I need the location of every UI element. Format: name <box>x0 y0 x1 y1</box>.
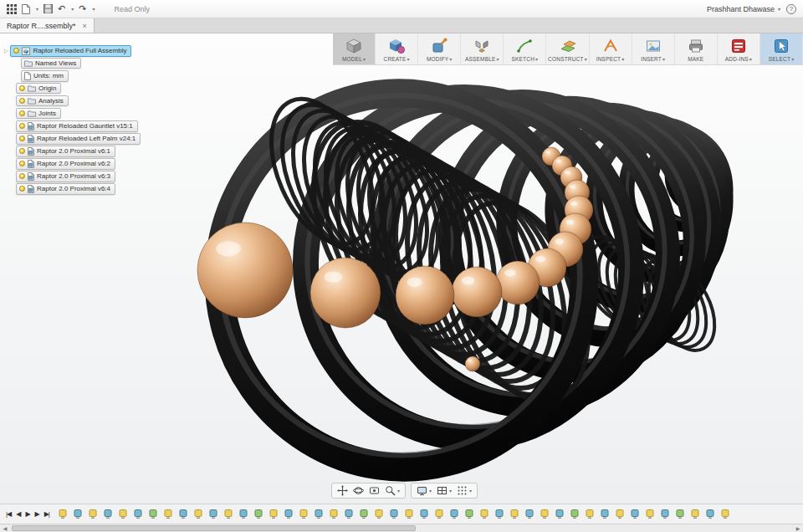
grid-settings-icon[interactable]: ▾ <box>457 485 472 496</box>
timeline-feature-icon[interactable] <box>74 509 82 519</box>
browser-item-raptor-reloaded-gauntlet-v15-1[interactable]: Raptor Reloaded Gauntlet v15:1 <box>16 120 138 132</box>
display-settings-icon[interactable]: ▾ <box>417 485 432 496</box>
browser-item-raptor-2-0-proximal-v6-4[interactable]: Raptor 2.0 Proximal v6:4 <box>16 183 115 195</box>
timeline-feature-icon[interactable] <box>616 509 624 519</box>
play-icon[interactable]: ▶ <box>23 510 32 518</box>
timeline-feature-icon[interactable] <box>420 509 428 519</box>
toolbar-item-modify[interactable]: MODIFY▾ <box>418 33 461 64</box>
toolbar-item-assemble[interactable]: ASSEMBLE▾ <box>461 33 504 64</box>
browser-item-raptor-2-0-proximal-v6-1[interactable]: Raptor 2.0 Proximal v6:1 <box>16 146 115 157</box>
visibility-bulb-icon[interactable] <box>19 110 25 116</box>
timeline-feature-icon[interactable] <box>209 509 217 519</box>
tab-close-icon[interactable]: × <box>83 22 87 30</box>
timeline-feature-icon[interactable] <box>721 509 729 519</box>
timeline-feature-icon[interactable] <box>390 509 398 519</box>
toolbar-item-create[interactable]: CREATE▾ <box>376 33 418 64</box>
timeline-feature-icon[interactable] <box>254 509 263 519</box>
redo-icon[interactable]: ↷ <box>79 4 86 13</box>
timeline-feature-icon[interactable] <box>299 509 308 519</box>
visibility-bulb-icon[interactable] <box>13 48 19 54</box>
scroll-right-icon[interactable]: ▶ <box>793 524 803 532</box>
timeline-feature-icon[interactable] <box>164 509 172 519</box>
timeline-feature-icon[interactable] <box>646 509 654 519</box>
visibility-bulb-icon[interactable] <box>19 98 25 104</box>
timeline-feature-icon[interactable] <box>59 509 67 519</box>
browser-item-raptor-2-0-proximal-v6-3[interactable]: Raptor 2.0 Proximal v6:3 <box>16 171 115 182</box>
browser-item-raptor-reloaded-full-assembly[interactable]: Raptor Reloaded Full Assembly <box>10 45 131 57</box>
save-icon[interactable] <box>43 4 53 13</box>
browser-item-raptor-reloaded-left-palm-v24-1[interactable]: Raptor Reloaded Left Palm v24:1 <box>16 133 141 145</box>
timeline-feature-icon[interactable] <box>480 509 488 519</box>
step-back-icon[interactable]: ◀ <box>13 510 23 518</box>
apps-grid-icon[interactable] <box>7 4 17 14</box>
toolbar-item-inspect[interactable]: INSPECT▾ <box>590 33 632 64</box>
timeline-feature-icon[interactable] <box>586 509 594 519</box>
visibility-bulb-icon[interactable] <box>19 161 25 166</box>
viewports-icon[interactable]: ▾ <box>437 485 452 496</box>
visibility-bulb-icon[interactable] <box>19 173 25 179</box>
zoom-icon[interactable]: ▾ <box>385 485 400 496</box>
timeline-feature-icon[interactable] <box>315 509 323 519</box>
undo-icon[interactable]: ↶ <box>58 4 65 13</box>
timeline-feature-icon[interactable] <box>540 509 549 519</box>
timeline-feature-icon[interactable] <box>149 509 157 519</box>
toolbar-item-insert[interactable]: INSERT▾ <box>632 33 675 64</box>
timeline-feature-icon[interactable] <box>330 509 338 519</box>
timeline-feature-icon[interactable] <box>224 509 233 519</box>
toolbar-item-add-ins[interactable]: ADD-INS▾ <box>718 33 760 64</box>
timeline-feature-icon[interactable] <box>345 509 353 519</box>
browser-item-analysis[interactable]: Analysis <box>16 95 69 106</box>
timeline-feature-icon[interactable] <box>179 509 187 519</box>
timeline-feature-icon[interactable] <box>89 509 97 519</box>
orbit-icon[interactable] <box>353 485 364 496</box>
toolbar-item-model[interactable]: MODEL▾ <box>333 33 376 64</box>
timeline-feature-icon[interactable] <box>601 509 609 519</box>
timeline-feature-icon[interactable] <box>691 509 699 519</box>
step-forward-icon[interactable]: ▶ <box>33 510 42 518</box>
document-tab[interactable]: Raptor R....ssembly* × <box>0 18 95 33</box>
browser-item-units-mm[interactable]: Units: mm <box>21 70 69 82</box>
toolbar-item-select[interactable]: SELECT▾ <box>760 33 803 64</box>
visibility-bulb-icon[interactable] <box>19 85 25 91</box>
timeline-feature-icon[interactable] <box>525 509 534 519</box>
browser-item-raptor-2-0-proximal-v6-2[interactable]: Raptor 2.0 Proximal v6:2 <box>16 158 115 170</box>
timeline-feature-icon[interactable] <box>375 509 383 519</box>
visibility-bulb-icon[interactable] <box>19 136 25 141</box>
timeline-feature-icon[interactable] <box>134 509 142 519</box>
timeline-feature-icon[interactable] <box>661 509 669 519</box>
visibility-bulb-icon[interactable] <box>19 148 25 154</box>
timeline-feature-icon[interactable] <box>104 509 112 519</box>
browser-item-joints[interactable]: Joints <box>16 108 61 119</box>
skip-to-end-icon[interactable]: ▶| <box>42 510 52 518</box>
timeline-feature-icon[interactable] <box>465 509 473 519</box>
timeline-feature-icon[interactable] <box>570 509 579 519</box>
file-icon[interactable] <box>22 4 30 14</box>
timeline-feature-icon[interactable] <box>495 509 504 519</box>
visibility-bulb-icon[interactable] <box>19 186 25 192</box>
timeline-feature-icon[interactable] <box>631 509 639 519</box>
timeline-feature-icon[interactable] <box>284 509 293 519</box>
look-at-icon[interactable] <box>369 485 380 496</box>
toolbar-item-make[interactable]: MAKE <box>675 33 718 64</box>
timeline-feature-icon[interactable] <box>510 509 519 519</box>
toolbar-item-construct[interactable]: CONSTRUCT▾ <box>546 33 589 64</box>
skip-to-start-icon[interactable]: |◀ <box>3 510 13 518</box>
scrollbar-thumb[interactable] <box>12 525 416 531</box>
user-menu[interactable]: Prashhant Dhawase ▾ <box>707 5 780 13</box>
timeline-feature-icon[interactable] <box>119 509 127 519</box>
timeline-feature-icon[interactable] <box>405 509 413 519</box>
timeline-feature-icon[interactable] <box>706 509 714 519</box>
browser-item-named-views[interactable]: Named Views <box>21 58 81 69</box>
toolbar-item-sketch[interactable]: SKETCH▾ <box>504 33 546 64</box>
timeline-feature-icon[interactable] <box>269 509 278 519</box>
timeline-feature-icon[interactable] <box>676 509 684 519</box>
visibility-bulb-icon[interactable] <box>19 123 25 129</box>
browser-item-origin[interactable]: Origin <box>16 83 61 94</box>
expand-arrow-icon[interactable]: ▷ <box>4 48 8 54</box>
timeline-feature-icon[interactable] <box>450 509 458 519</box>
pan-icon[interactable] <box>337 485 348 496</box>
timeline-feature-icon[interactable] <box>360 509 368 519</box>
timeline-feature-icon[interactable] <box>194 509 202 519</box>
timeline-feature-icon[interactable] <box>435 509 443 519</box>
scroll-left-icon[interactable]: ◀ <box>0 524 10 532</box>
